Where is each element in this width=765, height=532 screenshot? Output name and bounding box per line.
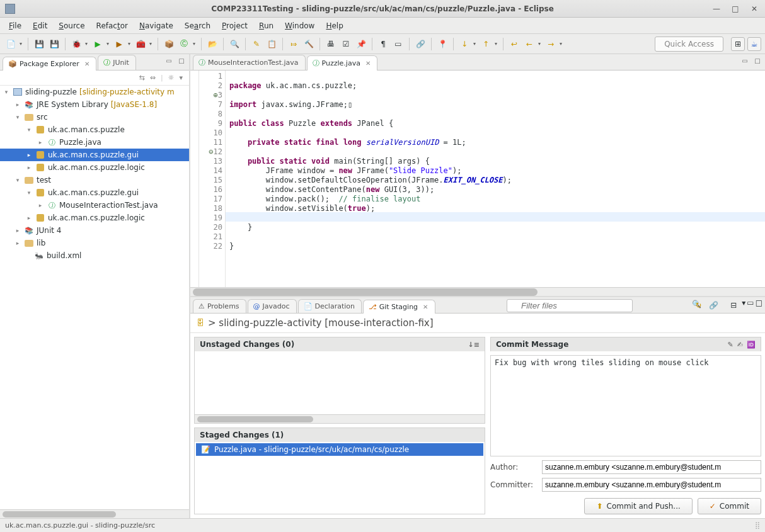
coverage-dropdown[interactable]: ▾	[126, 37, 132, 51]
minimize-button[interactable]: —	[711, 3, 722, 14]
ext-tools-dropdown[interactable]: ▾	[147, 37, 154, 51]
tab-declaration[interactable]: 📄 Declaration	[298, 299, 362, 313]
menu-window[interactable]: Window	[280, 20, 319, 32]
menu-navigate[interactable]: Navigate	[134, 20, 178, 32]
new-dropdown[interactable]: ▾	[18, 37, 24, 51]
commit-message-input[interactable]	[490, 355, 761, 456]
sort-icon[interactable]: ↓≡	[468, 341, 480, 349]
tree-file-puzzle[interactable]: ▸Ⓙ Puzzle.java	[0, 136, 189, 149]
tree-jre[interactable]: ▸📚 JRE System Library [JavaSE-1.8]	[0, 98, 189, 111]
changeid-icon[interactable]: 🆔	[747, 341, 756, 349]
prev-annotation-button[interactable]: ↑	[479, 37, 493, 51]
link-editor-icon[interactable]: ⇔	[150, 74, 156, 82]
quick-access-field[interactable]: Quick Access	[655, 37, 723, 52]
ext-tools-button[interactable]: 🧰	[134, 37, 147, 51]
tree-pkg-logic[interactable]: ▸ uk.ac.man.cs.puzzle.logic	[0, 161, 189, 174]
editor-scrollbar[interactable]	[190, 287, 765, 296]
debug-button[interactable]: 🐞	[69, 37, 83, 51]
forward-button[interactable]: →	[544, 37, 558, 51]
new-button[interactable]: 📄	[4, 37, 18, 51]
menu-source[interactable]: Source	[54, 20, 89, 32]
menu-refactor[interactable]: Refactor	[91, 20, 133, 32]
compare-mode-button[interactable]: ⊟	[727, 298, 740, 312]
tree-pkg-gui[interactable]: ▸ uk.ac.man.cs.puzzle.gui	[0, 149, 189, 161]
toggle-breadcrumb-button[interactable]: 📋	[265, 37, 279, 51]
java-perspective-button[interactable]: ☕	[747, 37, 761, 51]
horizontal-scrollbar[interactable]	[195, 414, 485, 423]
tree-src[interactable]: ▾ src	[0, 111, 189, 123]
menu-edit[interactable]: Edit	[28, 20, 52, 32]
maximize-view-icon[interactable]: □	[756, 298, 762, 312]
pin-task-button[interactable]: 📍	[435, 37, 449, 51]
menu-file[interactable]: File	[4, 20, 26, 32]
amend-icon[interactable]: ✎	[728, 341, 733, 349]
unstaged-list[interactable]	[195, 351, 485, 414]
tree-pkg-gui-test[interactable]: ▾ uk.ac.man.cs.puzzle.gui	[0, 186, 189, 199]
maximize-view-icon[interactable]: □	[752, 55, 762, 65]
tree-pkg-puzzle[interactable]: ▾ uk.ac.man.cs.puzzle	[0, 123, 189, 136]
close-icon[interactable]: ✕	[365, 60, 371, 67]
tree-file-mit[interactable]: ▸Ⓙ MouseInteractionTest.java	[0, 199, 189, 212]
open-type-button[interactable]: 📂	[205, 37, 219, 51]
search-button[interactable]: 🔍	[227, 37, 241, 51]
collapse-all-icon[interactable]: ⇆	[139, 74, 144, 82]
maximize-view-icon[interactable]: □	[176, 55, 187, 65]
tab-package-explorer[interactable]: 📦 Package Explorer ✕	[3, 57, 96, 71]
tree-pkg-logic-test[interactable]: ▸ uk.ac.man.cs.puzzle.logic	[0, 212, 189, 224]
coverage-button[interactable]: ▶	[112, 37, 126, 51]
maximize-button[interactable]: □	[730, 3, 741, 14]
tree-build-xml[interactable]: 🐜 build.xml	[0, 249, 189, 262]
show-whitespace-button[interactable]: ¶	[376, 37, 390, 51]
tab-git-staging[interactable]: ⎇ Git Staging ✕	[363, 300, 435, 314]
run-dropdown[interactable]: ▾	[105, 37, 111, 51]
committer-input[interactable]	[542, 478, 761, 492]
save-button[interactable]: 💾	[32, 37, 46, 51]
staged-list[interactable]: 📝 Puzzle.java - sliding-puzzle/src/uk/ac…	[195, 442, 485, 514]
menu-run[interactable]: Run	[254, 20, 279, 32]
next-annotation-button[interactable]: ↓	[457, 37, 471, 51]
code-editor[interactable]: 12⊕37891011⊖1213141516171819202122 packa…	[190, 71, 765, 287]
task-button[interactable]: ☑	[339, 37, 353, 51]
last-edit-button[interactable]: ↩	[507, 37, 521, 51]
skip-breakpoints-button[interactable]: ⤇	[287, 37, 301, 51]
close-icon[interactable]: ✕	[84, 60, 89, 67]
tab-problems[interactable]: ⚠ Problems	[193, 299, 246, 313]
line-number-gutter[interactable]: 12⊕37891011⊖1213141516171819202122	[199, 71, 226, 287]
link-selection-button[interactable]: 🔗	[706, 298, 720, 312]
horizontal-scrollbar[interactable]	[0, 509, 189, 518]
focus-task-icon[interactable]: ☼	[168, 74, 175, 82]
author-input[interactable]	[542, 460, 761, 474]
filter-files-input[interactable]	[507, 299, 633, 312]
new-class-button[interactable]: Ⓒ	[177, 37, 191, 51]
toggle-mark-button[interactable]: ✎	[250, 37, 263, 51]
editor-tab-mouseinteractiontest[interactable]: Ⓙ MouseInteractionTest.java	[193, 55, 306, 70]
tab-junit[interactable]: Ⓙ JUnit	[98, 55, 136, 70]
close-icon[interactable]: ✕	[423, 303, 428, 310]
run-button[interactable]: ▶	[91, 37, 105, 51]
open-perspective-button[interactable]: ⊞	[731, 37, 745, 51]
tree-lib[interactable]: ▸ lib	[0, 237, 189, 249]
commit-button[interactable]: ✓ Commit	[698, 498, 761, 514]
tree-project[interactable]: ▾ sliding-puzzle [sliding-puzzle-activit…	[0, 86, 189, 98]
package-explorer-tree[interactable]: ▾ sliding-puzzle [sliding-puzzle-activit…	[0, 86, 189, 509]
view-menu-icon[interactable]: ▾	[179, 74, 183, 82]
signoff-icon[interactable]: ✍	[737, 341, 743, 349]
pin-button[interactable]: 📌	[354, 37, 368, 51]
save-all-button[interactable]: 💾	[47, 37, 61, 51]
back-button[interactable]: ←	[522, 37, 536, 51]
refresh-button[interactable]: ↻	[691, 298, 705, 312]
commit-and-push-button[interactable]: ⬆ Commit and Push...	[584, 498, 692, 514]
tab-javadoc[interactable]: @ Javadoc	[248, 299, 297, 313]
code-content[interactable]: package uk.ac.man.cs.puzzle; import java…	[226, 71, 765, 287]
minimize-view-icon[interactable]: ▭	[740, 55, 750, 65]
annotation-button[interactable]: ▭	[391, 37, 405, 51]
overview-ruler[interactable]	[190, 71, 199, 287]
tree-junit4[interactable]: ▸📚 JUnit 4	[0, 224, 189, 237]
resize-grip[interactable]: ⣿	[755, 521, 760, 529]
menu-project[interactable]: Project	[217, 20, 253, 32]
view-menu-icon[interactable]: ▾	[742, 298, 745, 312]
menu-help[interactable]: Help	[321, 20, 348, 32]
print-button[interactable]: 🖶	[324, 37, 338, 51]
close-button[interactable]: ✕	[749, 3, 760, 14]
staged-file-row[interactable]: 📝 Puzzle.java - sliding-puzzle/src/uk/ac…	[196, 443, 483, 456]
